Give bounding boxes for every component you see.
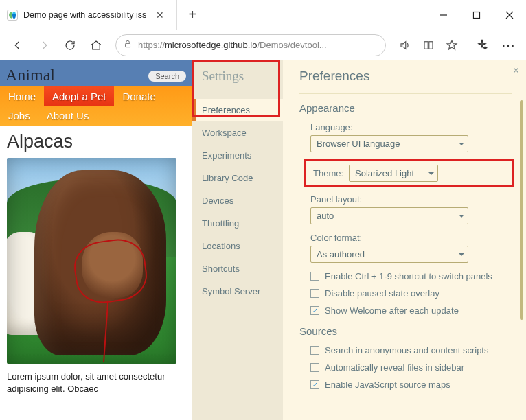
page-heading: Alpacas — [7, 131, 192, 152]
home-button[interactable] — [85, 34, 107, 56]
sources-check-checkbox-1[interactable] — [310, 363, 319, 372]
title-bar: Demo page with accessibility iss ✕ + — [0, 0, 526, 30]
nav-link-donate[interactable]: Donate — [114, 86, 163, 106]
nav-link-adopt-a-pet[interactable]: Adopt a Pet — [44, 86, 114, 106]
sources-check-label-0: Search in anonymous and content scripts — [325, 345, 488, 355]
window-minimize-button[interactable] — [427, 0, 460, 30]
reading-mode-button[interactable] — [418, 34, 439, 56]
page-paragraph: Lorem ipsum dolor, sit amet consectetur … — [7, 371, 185, 395]
settings-pane: × Preferences Appearance Language: Brows… — [283, 60, 526, 420]
appearance-check-row-2: Show Welcome after each update — [310, 305, 512, 316]
lock-icon — [123, 39, 133, 51]
sources-check-row-1: Automatically reveal files in sidebar — [310, 362, 512, 373]
sources-check-row-0: Search in anonymous and content scripts — [310, 345, 512, 355]
site-nav: HomeAdopt a PetDonateJobsAbout Us — [0, 86, 192, 126]
sidebar-item-throttling[interactable]: Throttling — [192, 212, 283, 235]
appearance-check-checkbox-1[interactable] — [310, 289, 319, 298]
url-text: https://microsoftedge.github.io/Demos/de… — [138, 40, 378, 50]
panel-layout-select[interactable]: auto — [310, 207, 468, 224]
alpaca-photo — [7, 158, 176, 364]
appearance-check-row-1: Disable paused state overlay — [310, 288, 512, 299]
copilot-button[interactable] — [471, 34, 493, 56]
appearance-check-label-1: Disable paused state overlay — [325, 288, 439, 299]
language-label: Language: — [310, 122, 512, 132]
window-close-button[interactable] — [493, 0, 526, 30]
sidebar-item-preferences[interactable]: Preferences — [192, 99, 283, 121]
refresh-button[interactable] — [59, 34, 81, 56]
svg-rect-0 — [474, 12, 480, 18]
color-format-label: Color format: — [310, 233, 512, 243]
nav-link-about-us[interactable]: About Us — [38, 106, 98, 126]
sources-check-checkbox-2[interactable] — [310, 380, 319, 389]
color-format-field: Color format: As authored — [310, 233, 512, 263]
appearance-check-label-2: Show Welcome after each update — [325, 305, 459, 316]
sources-check-label-1: Automatically reveal files in sidebar — [325, 362, 464, 373]
sources-check-label-2: Enable JavaScript source maps — [325, 380, 450, 390]
read-aloud-button[interactable]: A — [394, 34, 416, 56]
panel-layout-field: Panel layout: auto — [310, 194, 512, 224]
sources-heading: Sources — [299, 325, 512, 337]
sidebar-item-workspace[interactable]: Workspace — [192, 121, 283, 144]
pane-scrollbar[interactable] — [520, 100, 523, 320]
theme-select[interactable]: Solarized Light — [349, 165, 438, 182]
sources-check-row-2: Enable JavaScript source maps — [310, 380, 512, 390]
sidebar-item-experiments[interactable]: Experiments — [192, 144, 283, 167]
settings-close-button[interactable]: × — [513, 65, 519, 77]
forward-button[interactable] — [33, 34, 55, 56]
settings-title: Settings — [192, 60, 283, 92]
language-select[interactable]: Browser UI language — [310, 135, 468, 152]
back-button[interactable] — [7, 34, 29, 56]
appearance-check-checkbox-0[interactable] — [310, 272, 319, 281]
appearance-check-checkbox-2[interactable] — [310, 306, 319, 315]
browser-toolbar: https://microsoftedge.github.io/Demos/de… — [0, 30, 526, 60]
site-brand: Animal — [5, 66, 55, 84]
language-field: Language: Browser UI language — [310, 122, 512, 152]
sidebar-item-library-code[interactable]: Library Code — [192, 167, 283, 189]
nav-link-home[interactable]: Home — [0, 86, 44, 106]
tab-close-button[interactable]: ✕ — [152, 10, 168, 20]
devtools-panel: Settings PreferencesWorkspaceExperiments… — [192, 60, 526, 420]
panel-layout-label: Panel layout: — [310, 194, 512, 205]
pane-title: Preferences — [299, 69, 512, 84]
address-bar[interactable]: https://microsoftedge.github.io/Demos/de… — [115, 34, 386, 56]
page-viewport: Animal Search HomeAdopt a PetDonateJobsA… — [0, 60, 192, 420]
sidebar-item-symbol-server[interactable]: Symbol Server — [192, 280, 283, 303]
window-maximize-button[interactable] — [460, 0, 493, 30]
appearance-heading: Appearance — [299, 102, 512, 114]
sources-check-checkbox-0[interactable] — [310, 346, 319, 355]
sidebar-item-shortcuts[interactable]: Shortcuts — [192, 257, 283, 280]
svg-rect-1 — [126, 43, 130, 47]
appearance-check-label-0: Enable Ctrl + 1-9 shortcut to switch pan… — [325, 271, 492, 281]
more-menu-button[interactable]: ⋯ — [497, 34, 519, 56]
settings-sidebar: Settings PreferencesWorkspaceExperiments… — [192, 60, 283, 420]
nav-link-jobs[interactable]: Jobs — [0, 106, 38, 126]
sidebar-item-locations[interactable]: Locations — [192, 235, 283, 257]
theme-field: Theme: Solarized Light — [308, 161, 512, 186]
browser-tab[interactable]: Demo page with accessibility iss ✕ — [0, 0, 177, 30]
sidebar-item-devices[interactable]: Devices — [192, 189, 283, 212]
tab-favicon — [7, 10, 18, 21]
svg-rect-3 — [424, 41, 428, 49]
theme-label: Theme: — [313, 168, 343, 178]
new-tab-button[interactable]: + — [177, 0, 207, 30]
appearance-check-row-0: Enable Ctrl + 1-9 shortcut to switch pan… — [310, 271, 512, 281]
content-area: Animal Search HomeAdopt a PetDonateJobsA… — [0, 60, 526, 420]
page-header: Animal Search — [0, 60, 192, 86]
svg-text:A: A — [402, 42, 405, 46]
tab-title: Demo page with accessibility iss — [23, 10, 146, 20]
site-search-input[interactable]: Search — [148, 71, 186, 82]
color-format-select[interactable]: As authored — [310, 246, 468, 263]
favorite-button[interactable] — [441, 34, 463, 56]
svg-rect-4 — [429, 41, 433, 49]
